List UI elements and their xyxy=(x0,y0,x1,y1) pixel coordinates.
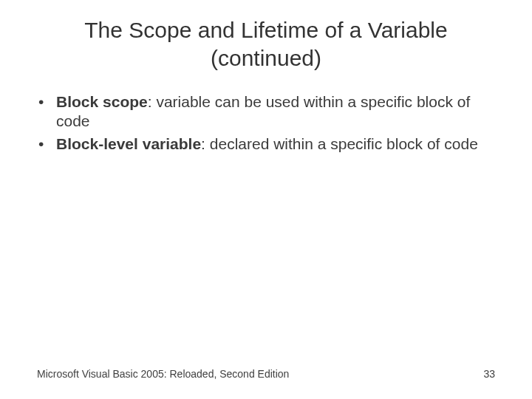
bullet-icon: • xyxy=(37,92,56,132)
page-number: 33 xyxy=(483,368,495,380)
slide: The Scope and Lifetime of a Variable (co… xyxy=(0,0,532,399)
bullet-term: Block-level variable xyxy=(56,135,201,152)
bullet-item: • Block-level variable: declared within … xyxy=(37,134,495,154)
slide-title: The Scope and Lifetime of a Variable (co… xyxy=(0,0,532,72)
bullet-item: • Block scope: variable can be used with… xyxy=(37,92,495,132)
slide-footer: Microsoft Visual Basic 2005: Reloaded, S… xyxy=(37,368,495,380)
bullet-term: Block scope xyxy=(56,93,148,110)
slide-body: • Block scope: variable can be used with… xyxy=(0,72,532,154)
bullet-definition: : declared within a specific block of co… xyxy=(201,135,478,152)
bullet-text: Block scope: variable can be used within… xyxy=(56,92,495,132)
footer-source: Microsoft Visual Basic 2005: Reloaded, S… xyxy=(37,368,289,380)
bullet-icon: • xyxy=(37,134,56,154)
bullet-text: Block-level variable: declared within a … xyxy=(56,134,495,154)
